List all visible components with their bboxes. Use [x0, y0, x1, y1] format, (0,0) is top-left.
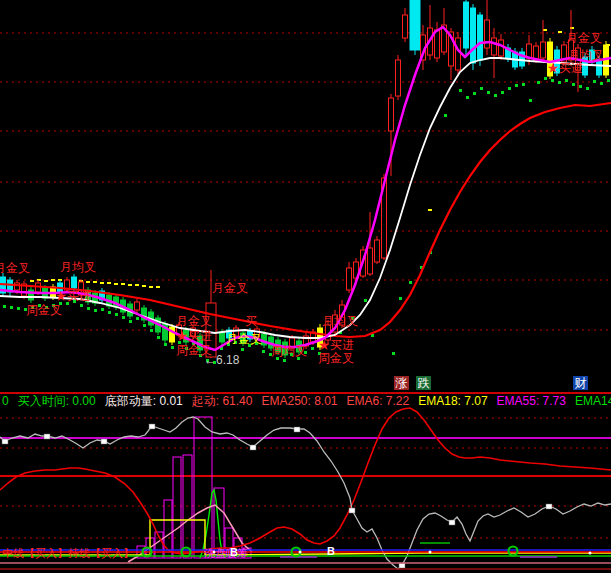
signal-annotation: 月金叉: [566, 32, 602, 45]
ema250-value: EMA250: 8.01: [261, 394, 337, 408]
price-and-indicator-chart: [0, 0, 611, 573]
signal-annotation: 月金叉: [226, 333, 262, 346]
signal-annotation: 周金叉: [26, 304, 62, 317]
rise-badge[interactable]: 涨: [394, 376, 409, 390]
signal-annotation: 月金叉: [212, 282, 248, 295]
signal-annotation: 月均叉: [60, 261, 96, 274]
signal-annotation: ←6.18: [204, 354, 239, 367]
signal-annotation: ★买进: [547, 62, 583, 75]
ema144-value: EMA144: 7.68: [575, 394, 611, 408]
fall-badge[interactable]: 跌: [416, 376, 431, 390]
ema18-value: EMA18: 7.07: [418, 394, 487, 408]
launch-value: 起动: 61.40: [192, 394, 253, 408]
buy-signal-marker: B: [230, 546, 238, 558]
signal-annotation: 周均叉: [271, 345, 307, 358]
trading-terminal-window: 月金叉月均叉★买进周金叉月金叉月金叉★买进周金叉月金叉买周均叉月均叉★买进周金叉…: [0, 0, 611, 573]
signal-annotation: ★买进: [176, 330, 212, 343]
signal-annotation: 买: [245, 315, 257, 328]
sub-indicator-label: 洗盘吸筹: [204, 547, 248, 559]
finance-badge[interactable]: 财: [573, 376, 588, 390]
signal-annotation: 月金叉: [0, 262, 30, 275]
ema55-value: EMA55: 7.73: [497, 394, 566, 408]
status-bar: 涨 跌 财: [0, 375, 611, 392]
indicator-value-row: 0 买入时间: 0.00 底部动量: 0.01 起动: 61.40 EMA250…: [2, 394, 611, 408]
signal-annotation: 周金叉: [318, 352, 354, 365]
signal-annotation: 月均叉: [322, 315, 358, 328]
indicator-prefix: 0: [2, 394, 9, 408]
buy-signal-marker: B: [327, 545, 335, 557]
signal-annotation: ★买进: [55, 290, 91, 303]
sub-indicator-label: 中线【买入】持线【买入】: [2, 547, 134, 559]
signal-annotation: 月金叉: [176, 315, 212, 328]
buy-time-value: 买入时间: 0.00: [18, 394, 96, 408]
bottom-momentum-value: 底部动量: 0.01: [105, 394, 183, 408]
ema6-value: EMA6: 7.22: [347, 394, 410, 408]
